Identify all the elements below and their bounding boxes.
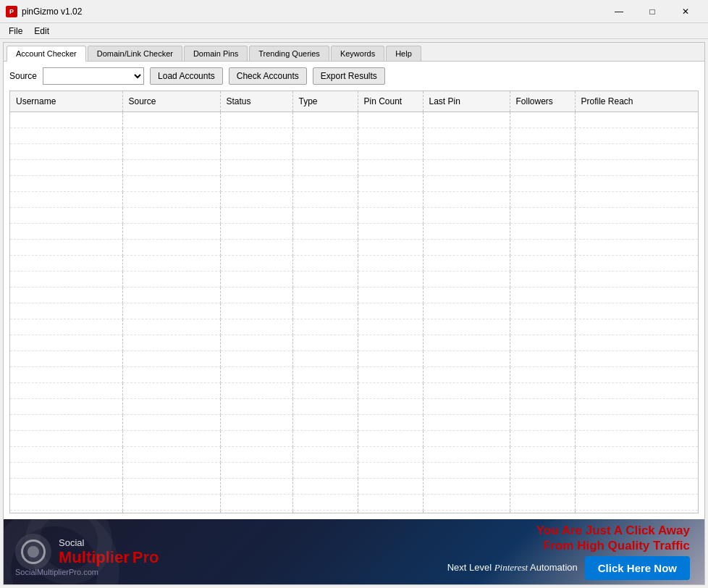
table-row — [10, 382, 698, 398]
table-row — [10, 159, 698, 175]
table-row — [10, 255, 698, 271]
tab-keywords[interactable]: Keywords — [331, 46, 384, 61]
banner-tagline: You Are Just A Click Away From High Qual… — [536, 524, 690, 553]
banner-right: You Are Just A Click Away From High Qual… — [250, 519, 704, 584]
table-row — [10, 143, 698, 159]
banner-cta-button[interactable]: Click Here Now — [585, 556, 690, 580]
col-header-type: Type — [292, 91, 358, 112]
table-row — [10, 223, 698, 239]
table-row — [10, 446, 698, 462]
col-header-reach: Profile Reach — [575, 91, 698, 112]
tab-domain-pins[interactable]: Domain Pins — [184, 46, 248, 61]
window-controls: — □ ✕ — [602, 1, 702, 22]
table-row — [10, 191, 698, 207]
minimize-button[interactable]: — — [602, 1, 636, 22]
col-header-lastpin: Last Pin — [423, 91, 510, 112]
app-icon: P — [6, 6, 17, 17]
menu-edit[interactable]: Edit — [28, 25, 55, 38]
load-accounts-button[interactable]: Load Accounts — [150, 67, 223, 85]
close-button[interactable]: ✕ — [669, 1, 702, 22]
data-table: Username Source Status Type Pin Count La… — [9, 91, 699, 513]
table-row — [10, 271, 698, 287]
app-title: pinGizmo v1.02 — [22, 7, 602, 17]
table-row — [10, 350, 698, 366]
check-accounts-button[interactable]: Check Accounts — [229, 67, 307, 85]
tab-account-checker[interactable]: Account Checker — [7, 46, 86, 62]
table-row — [10, 478, 698, 494]
banner-bottom: Next Level Pinterest Automation Click He… — [447, 556, 690, 580]
table-row — [10, 335, 698, 350]
banner-url: SocialMultiplierPro.com — [15, 567, 98, 577]
table-row — [10, 303, 698, 319]
table-row — [10, 287, 698, 303]
col-header-pincount: Pin Count — [358, 91, 423, 112]
banner-logo-inner — [21, 539, 46, 564]
table-row — [10, 319, 698, 335]
tab-trending-queries[interactable]: Trending Queries — [249, 46, 329, 61]
banner-pinterest-text: Pinterest — [494, 562, 528, 573]
menu-file[interactable]: File — [3, 25, 28, 38]
col-header-username: Username — [10, 91, 122, 112]
tab-domain-link-checker[interactable]: Domain/Link Checker — [88, 46, 182, 61]
banner-ad[interactable]: Social Multiplier Pro SocialMultiplierPr… — [4, 519, 704, 584]
banner-social-text: Social — [59, 537, 159, 548]
col-header-followers: Followers — [510, 91, 575, 112]
maximize-button[interactable]: □ — [636, 1, 669, 22]
table-row — [10, 366, 698, 382]
export-results-button[interactable]: Export Results — [313, 67, 385, 85]
table-row — [10, 414, 698, 430]
source-label: Source — [9, 71, 37, 81]
main-window: Account Checker Domain/Link Checker Doma… — [3, 42, 705, 585]
banner-subtitle: Next Level Pinterest Automation — [447, 562, 578, 574]
table-row — [10, 175, 698, 191]
tab-bar: Account Checker Domain/Link Checker Doma… — [4, 43, 704, 62]
table-row — [10, 127, 698, 143]
col-header-status: Status — [220, 91, 292, 112]
table-row — [10, 494, 698, 510]
source-dropdown[interactable] — [43, 67, 144, 85]
table-row — [10, 462, 698, 478]
table-row — [10, 207, 698, 223]
banner-pro-text: Pro — [132, 548, 159, 567]
content-area: Source Load Accounts Check Accounts Expo… — [4, 62, 704, 519]
menu-bar: File Edit — [0, 23, 708, 39]
table-row — [10, 112, 698, 127]
title-bar: P pinGizmo v1.02 — □ ✕ — [0, 0, 708, 23]
table-row — [10, 430, 698, 446]
toolbar: Source Load Accounts Check Accounts Expo… — [9, 67, 699, 85]
tab-help[interactable]: Help — [386, 46, 421, 61]
table-row — [10, 398, 698, 414]
table-row — [10, 239, 698, 255]
col-header-source: Source — [122, 91, 220, 112]
table-row — [10, 510, 698, 513]
